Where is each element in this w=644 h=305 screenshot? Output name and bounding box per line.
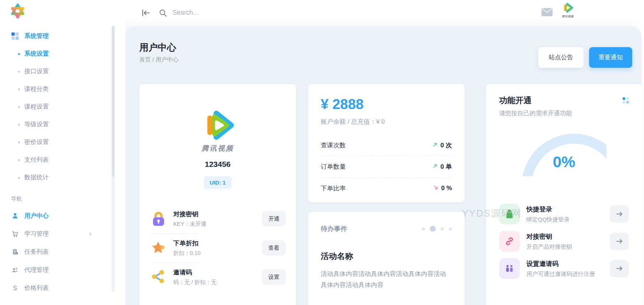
- sidebar-item-price-list[interactable]: 价格列表: [0, 279, 111, 297]
- trend-up-icon: [432, 164, 438, 170]
- feature-row-quick-login[interactable]: 快捷登录 绑定QQ快捷登录: [499, 200, 629, 228]
- features-card: 功能开通 请您按自己的需求开通功能 0%: [486, 84, 642, 305]
- stat-label: 查课次数: [321, 141, 346, 150]
- carousel-dot[interactable]: [449, 227, 452, 231]
- avatar-caption: 腾讯视频: [558, 15, 577, 18]
- sidebar-item-label: 任务列表: [24, 248, 49, 256]
- app-logo-icon[interactable]: [9, 2, 27, 20]
- stat-value: 0 %: [441, 185, 452, 192]
- sidebar-item-label: 密价设置: [24, 138, 49, 146]
- set-invite-button[interactable]: 设置: [262, 269, 286, 285]
- important-notice-button[interactable]: 重要通知: [589, 47, 632, 68]
- features-card-title: 功能开通: [499, 95, 572, 106]
- feature-subtitle: 绑定QQ快捷登录: [526, 216, 570, 224]
- brand-caption: 腾讯视频: [139, 144, 296, 153]
- sidebar-group-label: 系统管理: [24, 32, 49, 40]
- feature-title: 对接密钥: [526, 232, 572, 241]
- sidebar-item-task-list[interactable]: 任务列表: [0, 243, 111, 261]
- arrow-right-button[interactable]: [610, 205, 629, 223]
- star-icon: [150, 239, 167, 257]
- feature-subtitle: 用户可通过邀请码进行注册: [526, 270, 595, 278]
- profile-row-title: 对接密钥: [173, 210, 206, 218]
- grid-icon: [11, 32, 19, 40]
- site-notice-button[interactable]: 站点公告: [538, 47, 584, 68]
- carousel-dot[interactable]: [422, 227, 425, 231]
- carousel-dot[interactable]: [441, 227, 444, 231]
- profile-row-title: 邀请码: [173, 268, 217, 277]
- sidebar-item-api-settings[interactable]: 接口设置: [0, 63, 111, 80]
- stat-label: 订单数量: [321, 162, 346, 171]
- feature-row-api-key[interactable]: 对接密钥 开启产品对接密钥: [499, 228, 629, 255]
- profile-row-api-key: 对接密钥 KEY：未开通 开通: [139, 204, 296, 233]
- lock-icon: [150, 210, 167, 228]
- page-title: 用户中心: [139, 41, 176, 53]
- stat-row-queries: 查课次数 0 次: [321, 135, 452, 156]
- sidebar-group-system[interactable]: 系统管理: [0, 27, 111, 45]
- sidebar-item-user-center[interactable]: 用户中心: [0, 207, 111, 225]
- sidebar-item-agent-mgmt[interactable]: 代理管理: [0, 261, 111, 279]
- balance-caption: 账户余额 / 总充值：¥ 0: [321, 118, 452, 126]
- profile-row-subtitle: KEY：未开通: [173, 221, 206, 228]
- trend-down-icon: [433, 185, 438, 192]
- bullet-icon: [18, 53, 20, 55]
- bullet-icon: [18, 124, 20, 126]
- stat-row-ratio: 下单比率 0 %: [321, 178, 452, 199]
- sidebar-item-data-stats[interactable]: 数据统计: [0, 169, 111, 186]
- balance-amount: ¥ 2888: [321, 97, 452, 112]
- sidebar-item-study-mgmt[interactable]: 学习管理 ›: [0, 225, 111, 243]
- sidebar-item-label: 课程设置: [24, 103, 49, 111]
- feature-row-invite-code[interactable]: 设置邀请码 用户可通过邀请码进行注册: [499, 255, 629, 282]
- tasks-icon: [11, 248, 19, 256]
- trend-up-icon: [432, 142, 438, 149]
- grid-icon[interactable]: [623, 97, 629, 105]
- avatar[interactable]: 腾讯视频: [558, 1, 577, 20]
- invite-icon: [499, 258, 520, 279]
- sidebar-item-system-settings[interactable]: 系统设置: [0, 45, 111, 63]
- brand-logo-icon: 腾讯视频: [139, 107, 296, 153]
- bullet-icon: [18, 141, 20, 143]
- sidebar: 系统管理 系统设置 接口设置 课程分类 课程设置 等级设置 密价设置 支付列: [0, 0, 125, 305]
- collapse-sidebar-icon[interactable]: [142, 9, 150, 18]
- sidebar-item-label: 系统设置: [24, 50, 49, 58]
- sidebar-item-label: 接口设置: [24, 67, 49, 76]
- feature-title: 设置邀请码: [526, 259, 595, 268]
- feature-title: 快捷登录: [526, 205, 570, 214]
- todo-card-title: 待办事件: [321, 224, 347, 233]
- sidebar-scrollbar-track: [112, 26, 115, 292]
- feature-subtitle: 开启产品对接密钥: [526, 243, 572, 251]
- sidebar-item-level-settings[interactable]: 等级设置: [0, 116, 111, 133]
- balance-card: ¥ 2888 账户余额 / 总充值：¥ 0 查课次数 0 次 订单数量: [308, 84, 464, 202]
- search-input[interactable]: [173, 6, 283, 19]
- carousel-dot-active[interactable]: [430, 226, 436, 232]
- agents-icon: [11, 266, 19, 274]
- stat-value: 0 次: [441, 141, 452, 150]
- sidebar-item-course-settings[interactable]: 课程设置: [0, 98, 111, 116]
- sidebar-item-price-secret[interactable]: 密价设置: [0, 133, 111, 151]
- bullet-icon: [18, 88, 20, 90]
- todo-card: 待办事件 活动名称 活动具体内容活动具体内容活动具体内容活动具体内容活动具体内容: [308, 212, 464, 305]
- arrow-right-button[interactable]: [610, 232, 629, 250]
- arrow-right-button[interactable]: [610, 260, 629, 277]
- stat-row-orders: 订单数量 0 单: [321, 156, 452, 178]
- dollar-icon: [11, 284, 19, 292]
- sidebar-item-label: 等级设置: [24, 120, 49, 129]
- view-discount-button[interactable]: 查看: [262, 240, 286, 256]
- qq-icon: [499, 204, 520, 224]
- stat-label: 下单比率: [321, 184, 346, 193]
- sidebar-item-payment-list[interactable]: 支付列表: [0, 151, 111, 169]
- open-key-button[interactable]: 开通: [262, 211, 286, 227]
- gauge-value: 0%: [553, 153, 575, 171]
- main-panel: 用户中心 首页 / 用户中心 站点公告 重要通知 腾讯视频 123456 UID…: [125, 27, 641, 305]
- bullet-icon: [18, 177, 20, 179]
- profile-row-title: 下单折扣: [173, 239, 201, 248]
- carousel-dots: [422, 226, 452, 232]
- sidebar-item-course-category[interactable]: 课程分类: [0, 80, 111, 98]
- event-title: 活动名称: [321, 251, 452, 262]
- mail-icon[interactable]: [542, 8, 553, 18]
- profile-row-subtitle: 折扣：0.10: [173, 250, 201, 257]
- profile-row-subtitle: 码：无 / 折扣：无: [173, 279, 217, 286]
- sidebar-scrollbar-thumb[interactable]: [112, 26, 115, 177]
- chevron-right-icon: ›: [89, 230, 91, 238]
- breadcrumb: 首页 / 用户中心: [139, 56, 178, 64]
- search-icon[interactable]: [159, 8, 167, 19]
